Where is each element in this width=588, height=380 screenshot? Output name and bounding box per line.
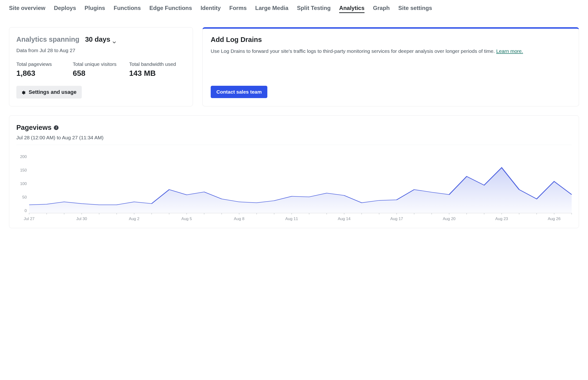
x-tick-label: Aug 26 [548, 217, 561, 221]
analytics-spanning-label: Analytics spanning [16, 36, 79, 43]
analytics-heading: Analytics spanning 30 days [16, 36, 186, 43]
y-tick-label: 0 [25, 209, 27, 213]
analytics-summary-card: Analytics spanning 30 days Data from Jul… [9, 27, 193, 106]
tab-site-overview[interactable]: Site overview [9, 5, 45, 13]
tab-edge-functions[interactable]: Edge Functions [149, 5, 192, 13]
tab-large-media[interactable]: Large Media [255, 5, 288, 13]
x-tick-label: Aug 8 [234, 217, 244, 221]
gear-icon [21, 90, 26, 94]
x-tick-label: Aug 5 [181, 217, 192, 221]
info-icon[interactable]: i [54, 125, 59, 130]
tab-plugins[interactable]: Plugins [85, 5, 105, 13]
stat-label: Total unique visitors [73, 61, 129, 67]
nav-tabs: Site overviewDeploysPluginsFunctionsEdge… [9, 5, 579, 13]
x-tick-label: Aug 11 [285, 217, 298, 221]
tab-forms[interactable]: Forms [229, 5, 247, 13]
stat-block: Total unique visitors658 [73, 61, 129, 78]
analytics-date-range-text: Data from Jul 28 to Aug 27 [16, 48, 186, 53]
divider [16, 145, 572, 145]
chart-y-axis: 200150100500 [16, 154, 29, 213]
x-tick-label: Aug 14 [338, 217, 351, 221]
tab-deploys[interactable]: Deploys [54, 5, 76, 13]
tab-functions[interactable]: Functions [114, 5, 141, 13]
tab-split-testing[interactable]: Split Testing [297, 5, 331, 13]
chart-x-axis: Jul 27Jul 30Aug 2Aug 5Aug 8Aug 11Aug 14A… [29, 217, 572, 221]
y-tick-label: 200 [20, 154, 27, 159]
stat-value: 143 MB [129, 69, 186, 78]
log-drains-title: Add Log Drains [211, 36, 571, 44]
log-drains-text: Use Log Drains to forward your site's tr… [211, 47, 571, 55]
tab-site-settings[interactable]: Site settings [398, 5, 432, 13]
x-tick-label: Aug 23 [495, 217, 508, 221]
tab-identity[interactable]: Identity [200, 5, 221, 13]
y-tick-label: 50 [22, 195, 27, 200]
stat-block: Total pageviews1,863 [16, 61, 73, 78]
summary-row: Analytics spanning 30 days Data from Jul… [9, 27, 579, 106]
stat-block: Total bandwidth used143 MB [129, 61, 186, 78]
date-range-dropdown[interactable]: 30 days [85, 36, 116, 43]
x-tick-label: Aug 20 [443, 217, 455, 221]
x-tick-label: Aug 17 [390, 217, 403, 221]
stat-value: 658 [73, 69, 129, 78]
chevron-down-icon [113, 38, 116, 41]
pageviews-heading: Pageviews i [16, 124, 572, 132]
x-tick-label: Jul 27 [24, 217, 34, 221]
x-tick-label: Jul 30 [76, 217, 87, 221]
tab-graph[interactable]: Graph [373, 5, 390, 13]
stat-value: 1,863 [16, 69, 73, 78]
settings-and-usage-button[interactable]: Settings and usage [16, 86, 82, 98]
y-tick-label: 100 [20, 181, 27, 186]
pageviews-subtitle: Jul 28 (12:00 AM) to Aug 27 (11:34 AM) [16, 135, 572, 140]
pageviews-chart: 200150100500 [16, 154, 572, 213]
log-drains-card: Add Log Drains Use Log Drains to forward… [202, 27, 579, 106]
chart-plot-area [29, 154, 572, 213]
stat-label: Total pageviews [16, 61, 73, 67]
settings-button-label: Settings and usage [29, 89, 77, 95]
learn-more-link[interactable]: Learn more. [496, 48, 523, 54]
pageviews-card: Pageviews i Jul 28 (12:00 AM) to Aug 27 … [9, 115, 579, 228]
stat-label: Total bandwidth used [129, 61, 186, 67]
pageviews-title: Pageviews [16, 124, 51, 132]
stats-row: Total pageviews1,863Total unique visitor… [16, 61, 186, 78]
y-tick-label: 150 [20, 168, 27, 173]
date-range-value: 30 days [85, 36, 110, 43]
tab-analytics[interactable]: Analytics [339, 5, 365, 13]
log-drains-description: Use Log Drains to forward your site's tr… [211, 48, 496, 54]
contact-sales-button[interactable]: Contact sales team [211, 86, 267, 98]
x-tick-label: Aug 2 [129, 217, 139, 221]
